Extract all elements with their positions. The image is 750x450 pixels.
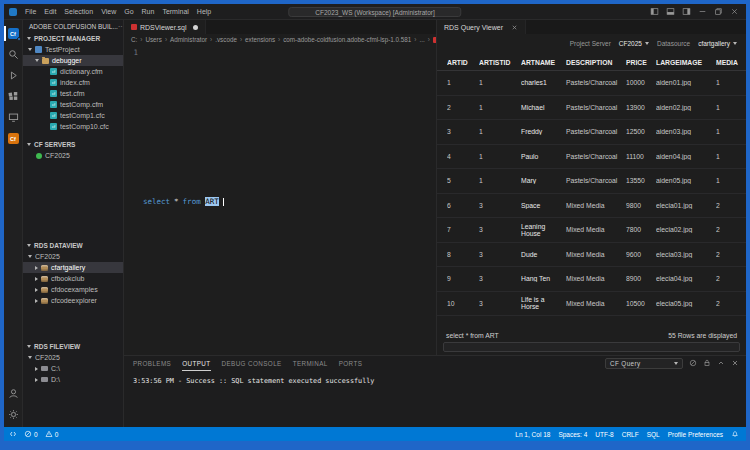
- table-row[interactable]: 51MaryPastels/Charcoal13550aiden05.jpg1: [437, 169, 746, 194]
- status-crlf[interactable]: CRLF: [622, 431, 639, 438]
- tree-item-dictionary-cfm[interactable]: dictionary.cfm: [23, 66, 123, 77]
- coldfusion-extension-icon[interactable]: Cf: [4, 23, 22, 44]
- restore-icon[interactable]: [714, 7, 723, 16]
- tree-item-test-cfm[interactable]: test.cfm: [23, 88, 123, 99]
- breadcrumb-item[interactable]: C:: [131, 36, 137, 43]
- table-row[interactable]: 103Life is a HorseMixed Media10500elecia…: [437, 292, 746, 317]
- tree-item-cf2025[interactable]: CF2025: [23, 352, 123, 363]
- chevron-right-icon[interactable]: [35, 266, 38, 270]
- chevron-down-icon[interactable]: [28, 255, 32, 258]
- menu-view[interactable]: View: [97, 4, 120, 19]
- chevron-right-icon[interactable]: [35, 288, 38, 292]
- table-row[interactable]: 83DudeMixed Media9600elecia03.jpg2: [437, 243, 746, 268]
- breadcrumb-item[interactable]: extensions: [245, 36, 275, 43]
- panel-tab-output[interactable]: OUTPUT: [182, 356, 210, 371]
- column-header-artid[interactable]: ARTID: [447, 59, 479, 66]
- chevron-right-icon[interactable]: [35, 367, 38, 371]
- tree-item-index-cfm[interactable]: index.cfm: [23, 77, 123, 88]
- chevron-down-icon[interactable]: [28, 48, 32, 51]
- chevron-down-icon[interactable]: [35, 59, 39, 62]
- tab-rds-query-viewer[interactable]: RDS Query Viewer: [437, 20, 526, 34]
- section-header-cf-servers[interactable]: CF SERVERS: [23, 139, 123, 150]
- chevron-right-icon[interactable]: [35, 299, 38, 303]
- table-row[interactable]: 93Hang TenMixed Media8900elecia04.jpg2: [437, 267, 746, 292]
- tree-item-testcomp10-cfc[interactable]: testComp10.cfc: [23, 121, 123, 132]
- server-select[interactable]: CF2025: [619, 40, 649, 47]
- close-icon[interactable]: [511, 24, 518, 31]
- section-header-rds-fileview[interactable]: RDS FILEVIEW: [23, 341, 123, 352]
- code-editor[interactable]: 1 select * from ART: [124, 45, 436, 355]
- breadcrumb-item[interactable]: ...: [419, 36, 424, 43]
- query-input[interactable]: [443, 342, 740, 352]
- tree-item-debugger[interactable]: debugger: [23, 55, 123, 66]
- column-header-description[interactable]: DESCRIPTION: [566, 59, 626, 66]
- tree-item-testcomp1-cfc[interactable]: testComp1.cfc: [23, 110, 123, 121]
- toggle-sidebar-icon[interactable]: [650, 7, 659, 16]
- tab-rdsviewer-sql[interactable]: RDSViewer.sql: [124, 20, 206, 34]
- panel-tab-problems[interactable]: PROBLEMS: [133, 356, 171, 371]
- panel-tab-ports[interactable]: PORTS: [339, 356, 363, 371]
- breadcrumb-item[interactable]: .vscode: [215, 36, 237, 43]
- account-icon[interactable]: [4, 383, 22, 404]
- bell-icon[interactable]: [731, 430, 739, 438]
- lock-scroll-icon[interactable]: [703, 359, 711, 368]
- tree-item-testproject[interactable]: TestProject: [23, 44, 123, 55]
- menu-run[interactable]: Run: [138, 4, 159, 19]
- panel-tab-debug-console[interactable]: DEBUG CONSOLE: [222, 356, 282, 371]
- table-row[interactable]: 21MichaelPastels/Charcoal13900aiden02.jp…: [437, 96, 746, 121]
- table-row[interactable]: 63SpaceMixed Media9800elecia01.jpg2: [437, 194, 746, 219]
- minimize-icon[interactable]: [698, 7, 707, 16]
- column-header-artname[interactable]: ARTNAME: [521, 59, 566, 66]
- modified-dot-icon[interactable]: [193, 25, 198, 30]
- breadcrumb-item[interactable]: com-adobe-coldfusion.adobe-cfml-lsp-1.0.…: [283, 36, 411, 43]
- tree-item-d[interactable]: D:\: [23, 374, 123, 385]
- chevron-right-icon[interactable]: [35, 378, 38, 382]
- clear-output-icon[interactable]: [689, 359, 697, 368]
- table-row[interactable]: 31FreddyPastels/Charcoal12500aiden03.jpg…: [437, 120, 746, 145]
- status-profile-preferences[interactable]: Profile Preferences: [668, 431, 723, 438]
- tree-item-c[interactable]: C:\: [23, 363, 123, 374]
- menu-file[interactable]: File: [21, 4, 40, 19]
- extensions-icon[interactable]: [4, 86, 22, 107]
- status-utf-8[interactable]: UTF-8: [595, 431, 613, 438]
- error-count[interactable]: 0: [24, 430, 38, 438]
- column-header-largeimage[interactable]: LARGEIMAGE: [656, 59, 716, 66]
- tree-item-cfcodeexplorer[interactable]: cfcodeexplorer: [23, 295, 123, 306]
- close-panel-icon[interactable]: [731, 359, 739, 368]
- menu-help[interactable]: Help: [193, 4, 215, 19]
- warning-count[interactable]: 0: [45, 430, 59, 438]
- menu-terminal[interactable]: Terminal: [158, 4, 192, 19]
- column-header-artistid[interactable]: ARTISTID: [479, 59, 521, 66]
- tree-item-cf2025[interactable]: CF2025: [23, 150, 123, 161]
- remote-indicator[interactable]: [9, 430, 17, 438]
- column-header-media[interactable]: MEDIA: [716, 59, 746, 66]
- table-row[interactable]: 73Leaning HouseMixed Media7800elecia02.j…: [437, 218, 746, 243]
- maximize-panel-icon[interactable]: [717, 359, 725, 368]
- remote-explorer-icon[interactable]: [4, 107, 22, 128]
- coldfusion-builder-icon[interactable]: Cf: [4, 128, 22, 149]
- tree-item-cfartgallery[interactable]: cfartgallery: [23, 262, 123, 273]
- settings-gear-icon[interactable]: [4, 404, 22, 425]
- status-ln-1-col-18[interactable]: Ln 1, Col 18: [515, 431, 550, 438]
- column-header-price[interactable]: PRICE: [626, 59, 656, 66]
- search-icon[interactable]: [4, 44, 22, 65]
- breadcrumb-item[interactable]: Users: [145, 36, 161, 43]
- menu-edit[interactable]: Edit: [40, 4, 60, 19]
- toggle-panel-icon[interactable]: [666, 7, 675, 16]
- tree-item-cfbookclub[interactable]: cfbookclub: [23, 273, 123, 284]
- table-row[interactable]: 41PauloPastels/Charcoal11100aiden04.jpg1: [437, 145, 746, 170]
- output-channel-select[interactable]: CF Query: [605, 358, 683, 369]
- chevron-right-icon[interactable]: [35, 277, 38, 281]
- tree-item-testcomp-cfm[interactable]: testComp.cfm: [23, 99, 123, 110]
- toggle-secondary-sidebar-icon[interactable]: [682, 7, 691, 16]
- chevron-down-icon[interactable]: [28, 356, 32, 359]
- run-debug-icon[interactable]: [4, 65, 22, 86]
- close-icon[interactable]: [730, 7, 739, 16]
- datasource-select[interactable]: cfartgallery: [698, 40, 737, 47]
- section-header-rds-dataview[interactable]: RDS DATAVIEW: [23, 240, 123, 251]
- status-spaces-4[interactable]: Spaces: 4: [558, 431, 587, 438]
- panel-tab-terminal[interactable]: TERMINAL: [293, 356, 328, 371]
- tree-item-cf2025[interactable]: CF2025: [23, 251, 123, 262]
- section-header-project-manager[interactable]: PROJECT MANAGER: [23, 33, 123, 44]
- breadcrumb-item[interactable]: Administrator: [170, 36, 207, 43]
